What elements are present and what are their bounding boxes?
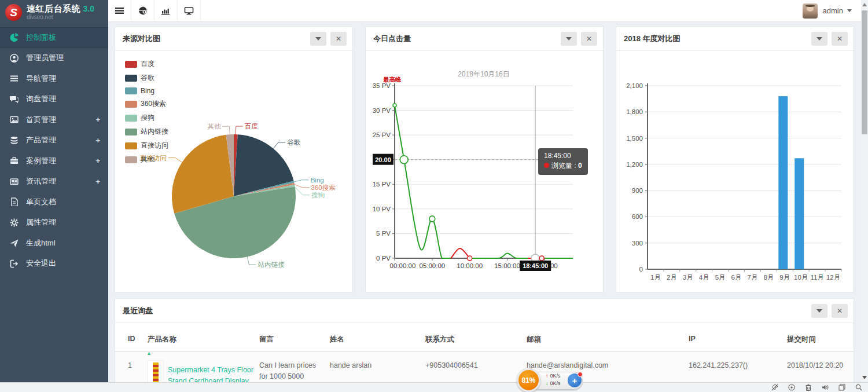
svg-text:600: 600 bbox=[632, 213, 643, 220]
legend-item-其他[interactable]: 其他 bbox=[125, 155, 168, 164]
column-header-产品名称: 产品名称 bbox=[148, 327, 259, 351]
collapse-button[interactable] bbox=[811, 304, 827, 318]
expand-plus-icon[interactable]: + bbox=[95, 136, 100, 145]
legend-swatch bbox=[125, 101, 137, 108]
svg-text:6月: 6月 bbox=[731, 274, 742, 281]
user-menu[interactable]: admin bbox=[803, 0, 868, 21]
cell-name: hande arslan bbox=[330, 352, 425, 377]
svg-text:1月: 1月 bbox=[650, 274, 661, 281]
gear-icon bbox=[10, 218, 19, 227]
svg-text:搜狗: 搜狗 bbox=[311, 192, 325, 199]
panel-source-comparison: 来源对比图 ✕ 百度谷歌Bing360搜索搜狗站内链接直接访问其他 百度谷歌Bi… bbox=[115, 26, 353, 292]
sidebar-item-生成html[interactable]: 生成html bbox=[0, 233, 108, 254]
topbar: admin bbox=[108, 0, 868, 22]
speaker-icon[interactable] bbox=[822, 384, 829, 391]
stats-button[interactable] bbox=[155, 0, 178, 21]
svg-text:谷歌: 谷歌 bbox=[287, 139, 301, 146]
sidebar-item-控制面板[interactable]: 控制面板 bbox=[0, 27, 108, 48]
download-speed-widget[interactable]: 81% ↑0K/s ↓0K/s + bbox=[517, 368, 584, 392]
collapse-button[interactable] bbox=[811, 32, 827, 46]
sidebar-item-案例管理[interactable]: 案例管理+ bbox=[0, 151, 108, 171]
sidebar-item-属性管理[interactable]: 属性管理 bbox=[0, 213, 108, 233]
site-home-button[interactable] bbox=[131, 0, 155, 21]
sidebar-item-询盘管理[interactable]: 询盘管理 bbox=[0, 89, 108, 110]
sidebar-toggle-button[interactable] bbox=[108, 0, 131, 21]
close-button[interactable]: ✕ bbox=[581, 32, 597, 46]
close-button[interactable]: ✕ bbox=[330, 32, 347, 46]
scroll-up-arrow-icon[interactable] bbox=[862, 3, 867, 6]
zoom-icon[interactable] bbox=[855, 384, 862, 391]
legend-swatch bbox=[125, 115, 137, 122]
trash-icon[interactable] bbox=[805, 384, 812, 391]
legend-label: 其他 bbox=[141, 155, 155, 164]
page-scrollbar[interactable] bbox=[861, 0, 868, 382]
legend-item-Bing[interactable]: Bing bbox=[125, 87, 168, 95]
legend-item-百度[interactable]: 百度 bbox=[125, 59, 168, 69]
svg-text:20.00: 20.00 bbox=[375, 156, 391, 163]
sidebar-item-管理员管理[interactable]: 管理员管理 bbox=[0, 48, 108, 69]
scroll-down-arrow-icon[interactable] bbox=[862, 376, 867, 379]
app-logo[interactable]: S 速红后台系统 3.0 divseo.net bbox=[0, 0, 108, 26]
user-avatar bbox=[803, 3, 818, 19]
sidebar-item-产品管理[interactable]: 产品管理+ bbox=[0, 130, 108, 151]
expand-plus-icon[interactable]: + bbox=[95, 177, 100, 186]
svg-text:30 PV: 30 PV bbox=[373, 107, 391, 114]
sidebar-item-label: 产品管理 bbox=[26, 135, 56, 145]
sidebar-item-单页文档[interactable]: 单页文档 bbox=[0, 192, 108, 213]
hamburger-icon bbox=[115, 6, 124, 16]
svg-text:2月: 2月 bbox=[667, 274, 677, 281]
collapse-button[interactable] bbox=[310, 32, 326, 46]
app-version: 3.0 bbox=[83, 4, 94, 13]
sidebar-item-资讯管理[interactable]: 资讯管理+ bbox=[0, 171, 108, 192]
cell-contact: +905304006541 bbox=[425, 352, 527, 377]
sidebar-item-label: 单页文档 bbox=[26, 197, 56, 207]
svg-text:25 PV: 25 PV bbox=[373, 131, 391, 138]
close-button[interactable]: ✕ bbox=[832, 304, 848, 318]
sidebar-item-label: 询盘管理 bbox=[26, 94, 56, 104]
svg-text:18:45:00: 18:45:00 bbox=[523, 262, 548, 269]
svg-text:360搜索: 360搜索 bbox=[311, 184, 335, 191]
legend-item-谷歌[interactable]: 谷歌 bbox=[125, 73, 168, 83]
svg-text:12月: 12月 bbox=[826, 274, 840, 281]
svg-text:00:00:00: 00:00:00 bbox=[390, 262, 416, 269]
sidebar-item-首页管理[interactable]: 首页管理+ bbox=[0, 109, 108, 130]
collapse-button[interactable] bbox=[561, 32, 577, 46]
column-header-ID: ID bbox=[128, 327, 148, 350]
svg-text:35 PV: 35 PV bbox=[373, 82, 391, 89]
close-button[interactable]: ✕ bbox=[832, 32, 848, 46]
boost-icon[interactable] bbox=[788, 384, 795, 391]
legend-label: 直接访问 bbox=[141, 141, 168, 151]
column-header-联系方式: 联系方式 bbox=[425, 327, 527, 351]
legend-item-站内链接[interactable]: 站内链接 bbox=[125, 127, 168, 137]
sidebar-item-label: 案例管理 bbox=[26, 156, 56, 166]
sidebar-item-导航管理[interactable]: 导航管理 bbox=[0, 68, 108, 89]
svg-text:5月: 5月 bbox=[715, 274, 726, 281]
desktop-button[interactable] bbox=[178, 0, 201, 21]
svg-text:1,800: 1,800 bbox=[626, 108, 643, 115]
sidebar-item-label: 生成html bbox=[26, 238, 56, 248]
svg-text:15 PV: 15 PV bbox=[373, 181, 391, 188]
bar-9月[interactable] bbox=[778, 96, 788, 269]
bar-10月[interactable] bbox=[795, 158, 804, 269]
svg-text:15:00:00: 15:00:00 bbox=[494, 262, 520, 269]
chart-tooltip: 18:45:00 浏览量 : 0 bbox=[538, 148, 588, 175]
legend-item-360搜索[interactable]: 360搜索 bbox=[125, 99, 168, 109]
sidebar-item-安全退出[interactable]: 安全退出 bbox=[0, 254, 108, 274]
scrollbar-thumb[interactable] bbox=[862, 10, 867, 134]
pin-icon[interactable] bbox=[771, 384, 778, 391]
globe-icon bbox=[138, 6, 148, 16]
sidebar-item-label: 首页管理 bbox=[26, 115, 56, 125]
column-header-IP: IP bbox=[689, 327, 787, 350]
legend-label: 360搜索 bbox=[141, 99, 166, 109]
progress-badge[interactable]: 81% bbox=[517, 368, 540, 392]
legend-swatch bbox=[125, 142, 137, 149]
legend-item-直接访问[interactable]: 直接访问 bbox=[125, 141, 168, 151]
svg-text:10 PV: 10 PV bbox=[373, 206, 391, 213]
expand-plus-icon[interactable]: + bbox=[95, 156, 100, 165]
svg-text:0: 0 bbox=[639, 266, 643, 273]
expand-plus-icon[interactable]: + bbox=[95, 115, 100, 124]
windows-icon[interactable] bbox=[838, 384, 845, 391]
svg-text:5 PV: 5 PV bbox=[376, 230, 391, 237]
chevron-down-icon bbox=[847, 9, 852, 12]
legend-item-搜狗[interactable]: 搜狗 bbox=[125, 113, 168, 123]
